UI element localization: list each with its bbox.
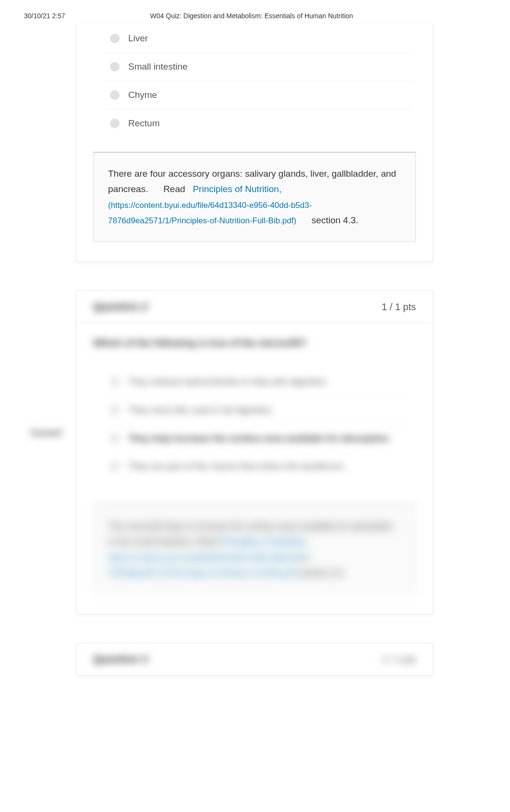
radio-icon: [110, 377, 120, 387]
question-points: 1 / 1 pts: [382, 302, 416, 313]
radio-icon: [110, 119, 120, 128]
answer-text: They store bile used in fat digestion.: [128, 405, 274, 415]
answer-options-list: Liver Small intestine Chyme Rectum: [76, 24, 433, 137]
feedback-link[interactable]: Principles of Nutrition, (https://conten…: [108, 536, 312, 578]
question-title: Question 3: [93, 653, 148, 666]
answer-option[interactable]: They are part of the chyme that enters t…: [105, 452, 411, 480]
question-points: 1 / 1 pts: [382, 654, 416, 665]
question-card-1: Liver Small intestine Chyme Rectum There…: [76, 24, 433, 262]
feedback-read-label: Read: [163, 184, 185, 194]
radio-icon: [110, 434, 120, 443]
answer-option[interactable]: They store bile used in fat digestion.: [105, 396, 411, 424]
radio-icon: [110, 90, 120, 100]
answer-option[interactable]: They help increase the surface area avai…: [105, 424, 411, 452]
page-header: 30/10/21 2:57 W04 Quiz: Digestion and Me…: [0, 0, 510, 24]
question-text: Which of the following is true of the mi…: [93, 338, 416, 349]
answer-option[interactable]: They release hydrochloride to help with …: [105, 368, 411, 396]
answer-option[interactable]: Small intestine: [105, 53, 411, 81]
answer-text: Small intestine: [128, 61, 188, 72]
feedback-section: section 4.3.: [312, 215, 358, 225]
answer-option[interactable]: Chyme: [105, 81, 411, 109]
answer-option[interactable]: Liver: [105, 24, 411, 53]
question-card-3: Question 3 1 / 1 pts: [76, 643, 433, 676]
page-title: W04 Quiz: Digestion and Metabolism: Esse…: [65, 12, 486, 20]
feedback-url: (https://content.byui.edu/file/64d13340-…: [108, 201, 312, 225]
feedback-read-label: Read: [196, 536, 218, 546]
feedback-url: (https://content.byui.edu/file/64d13340-…: [108, 553, 312, 578]
feedback-text: The microvilli help to increase the surf…: [108, 521, 394, 546]
radio-icon: [110, 62, 120, 72]
content-area: Liver Small intestine Chyme Rectum There…: [76, 24, 433, 676]
correct-answer-wrapper: Correct! They help increase the surface …: [93, 424, 416, 452]
radio-icon: [110, 461, 120, 471]
answer-text: They release hydrochloride to help with …: [128, 376, 328, 387]
feedback-box: The microvilli help to increase the surf…: [93, 504, 416, 594]
question-header: Question 3 1 / 1 pts: [76, 643, 433, 675]
answer-option[interactable]: Rectum: [105, 109, 411, 137]
answer-text: Rectum: [128, 118, 159, 129]
feedback-section: section 4.5.: [299, 568, 345, 578]
question-card-2: Question 2 1 / 1 pts Which of the follow…: [76, 291, 433, 614]
feedback-box: There are four accessory organs: salivar…: [93, 152, 416, 242]
question-title: Question 2: [93, 301, 148, 313]
answer-text: Chyme: [128, 90, 157, 100]
answer-text: They help increase the surface area avai…: [128, 433, 391, 444]
question-body: Which of the following is true of the mi…: [76, 323, 433, 490]
question-header: Question 2 1 / 1 pts: [76, 291, 433, 323]
answer-text: They are part of the chyme that enters t…: [128, 461, 346, 472]
answer-text: Liver: [128, 33, 148, 44]
radio-icon: [110, 405, 120, 415]
radio-icon: [110, 34, 120, 43]
correct-label: Correct!: [31, 428, 62, 438]
timestamp: 30/10/21 2:57: [24, 12, 65, 20]
